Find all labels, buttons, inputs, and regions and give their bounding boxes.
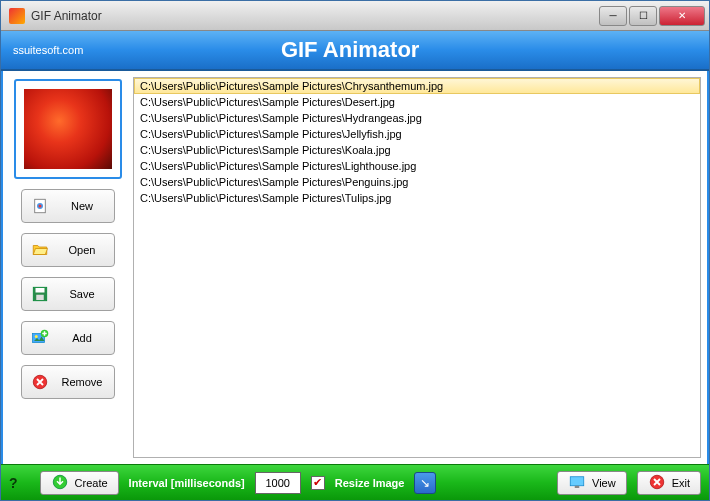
create-label: Create (75, 477, 108, 489)
svg-rect-12 (575, 485, 580, 487)
minimize-button[interactable]: ─ (599, 6, 627, 26)
new-file-icon (30, 196, 50, 216)
resize-direction-button[interactable]: ↘ (414, 472, 436, 494)
file-list[interactable]: C:\Users\Public\Pictures\Sample Pictures… (133, 77, 701, 458)
brand-label: ssuitesoft.com (13, 44, 83, 56)
new-label: New (58, 200, 106, 212)
add-label: Add (58, 332, 106, 344)
interval-input[interactable] (255, 472, 301, 494)
file-row[interactable]: C:\Users\Public\Pictures\Sample Pictures… (134, 142, 700, 158)
save-label: Save (58, 288, 106, 300)
help-button[interactable]: ? (9, 475, 18, 491)
sidebar: New Open Save Add (3, 71, 133, 464)
titlebar: GIF Animator ─ ☐ ✕ (1, 1, 709, 31)
file-row[interactable]: C:\Users\Public\Pictures\Sample Pictures… (134, 78, 700, 94)
main-area: New Open Save Add (1, 71, 709, 464)
maximize-button[interactable]: ☐ (629, 6, 657, 26)
footer-bar: ? Create Interval [milliseconds] ✔ Resiz… (1, 464, 709, 500)
exit-label: Exit (672, 477, 690, 489)
svg-point-7 (35, 335, 38, 338)
create-icon (51, 473, 69, 493)
window-title: GIF Animator (31, 9, 597, 23)
close-button[interactable]: ✕ (659, 6, 705, 26)
remove-button[interactable]: Remove (21, 365, 115, 399)
view-icon (568, 473, 586, 493)
app-title: GIF Animator (83, 37, 617, 63)
svg-point-2 (39, 205, 42, 208)
floppy-disk-icon (30, 284, 50, 304)
file-row[interactable]: C:\Users\Public\Pictures\Sample Pictures… (134, 126, 700, 142)
folder-open-icon (30, 240, 50, 260)
file-row[interactable]: C:\Users\Public\Pictures\Sample Pictures… (134, 158, 700, 174)
file-row[interactable]: C:\Users\Public\Pictures\Sample Pictures… (134, 94, 700, 110)
svg-rect-11 (570, 476, 584, 485)
app-icon (9, 8, 25, 24)
create-button[interactable]: Create (40, 471, 119, 495)
exit-button[interactable]: Exit (637, 471, 701, 495)
interval-label: Interval [milliseconds] (129, 477, 245, 489)
view-label: View (592, 477, 616, 489)
svg-rect-4 (36, 288, 45, 293)
open-label: Open (58, 244, 106, 256)
remove-icon (30, 372, 50, 392)
save-button[interactable]: Save (21, 277, 115, 311)
add-button[interactable]: Add (21, 321, 115, 355)
preview-box (14, 79, 122, 179)
resize-checkbox[interactable]: ✔ (311, 476, 325, 490)
new-button[interactable]: New (21, 189, 115, 223)
file-row[interactable]: C:\Users\Public\Pictures\Sample Pictures… (134, 110, 700, 126)
file-row[interactable]: C:\Users\Public\Pictures\Sample Pictures… (134, 190, 700, 206)
svg-rect-5 (36, 295, 44, 300)
resize-label: Resize Image (335, 477, 405, 489)
add-image-icon (30, 328, 50, 348)
preview-image (24, 89, 112, 169)
file-row[interactable]: C:\Users\Public\Pictures\Sample Pictures… (134, 174, 700, 190)
window-controls: ─ ☐ ✕ (597, 6, 705, 26)
open-button[interactable]: Open (21, 233, 115, 267)
remove-label: Remove (58, 376, 106, 388)
exit-icon (648, 473, 666, 493)
header-bar: ssuitesoft.com GIF Animator (1, 31, 709, 71)
view-button[interactable]: View (557, 471, 627, 495)
